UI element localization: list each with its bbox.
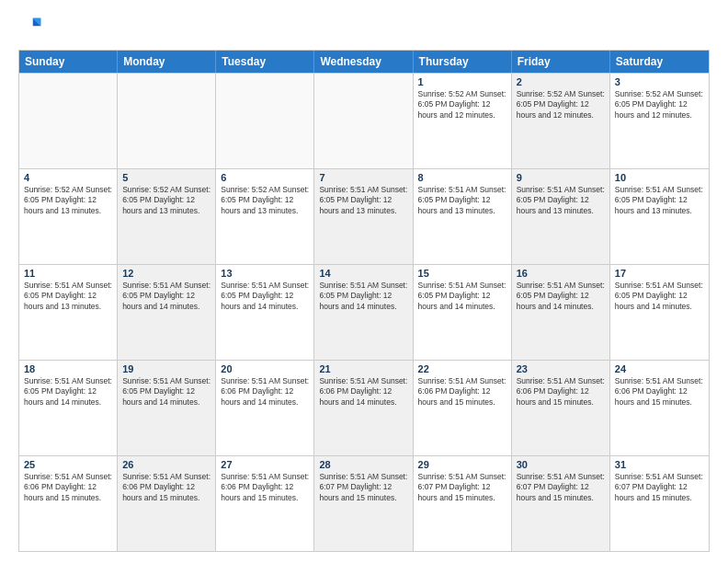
calendar-row: 18Sunrise: 5:51 AM Sunset: 6:05 PM Dayli… <box>19 360 709 455</box>
calendar-day-14: 14Sunrise: 5:51 AM Sunset: 6:05 PM Dayli… <box>314 265 413 360</box>
day-info-text: Sunrise: 5:51 AM Sunset: 6:06 PM Dayligh… <box>221 472 309 503</box>
day-info-text: Sunrise: 5:52 AM Sunset: 6:05 PM Dayligh… <box>418 89 506 121</box>
day-info-text: Sunrise: 5:51 AM Sunset: 6:06 PM Dayligh… <box>24 472 112 503</box>
calendar-row: 4Sunrise: 5:52 AM Sunset: 6:05 PM Daylig… <box>19 168 709 264</box>
calendar-day-9: 9Sunrise: 5:51 AM Sunset: 6:05 PM Daylig… <box>512 169 610 264</box>
day-number: 2 <box>517 76 605 87</box>
calendar-empty-cell <box>314 74 413 168</box>
day-info-text: Sunrise: 5:51 AM Sunset: 6:06 PM Dayligh… <box>517 376 605 408</box>
day-number: 8 <box>418 172 506 183</box>
day-info-text: Sunrise: 5:51 AM Sunset: 6:07 PM Dayligh… <box>517 472 605 503</box>
calendar-day-6: 6Sunrise: 5:52 AM Sunset: 6:05 PM Daylig… <box>216 169 314 264</box>
day-number: 4 <box>24 172 112 183</box>
day-info-text: Sunrise: 5:51 AM Sunset: 6:05 PM Dayligh… <box>319 185 407 216</box>
calendar-row: 11Sunrise: 5:51 AM Sunset: 6:05 PM Dayli… <box>19 264 709 360</box>
calendar-day-1: 1Sunrise: 5:52 AM Sunset: 6:05 PM Daylig… <box>414 74 512 168</box>
calendar-day-22: 22Sunrise: 5:51 AM Sunset: 6:06 PM Dayli… <box>414 361 512 455</box>
weekday-header-tuesday: Tuesday <box>216 51 314 73</box>
day-number: 31 <box>615 459 704 470</box>
calendar-header: SundayMondayTuesdayWednesdayThursdayFrid… <box>19 51 709 73</box>
calendar-day-2: 2Sunrise: 5:52 AM Sunset: 6:05 PM Daylig… <box>512 74 610 168</box>
day-info-text: Sunrise: 5:51 AM Sunset: 6:05 PM Dayligh… <box>418 281 506 312</box>
day-info-text: Sunrise: 5:52 AM Sunset: 6:05 PM Dayligh… <box>221 185 309 216</box>
calendar-day-4: 4Sunrise: 5:52 AM Sunset: 6:05 PM Daylig… <box>19 169 118 264</box>
day-number: 27 <box>221 459 309 470</box>
weekday-header-wednesday: Wednesday <box>314 51 413 73</box>
calendar-day-3: 3Sunrise: 5:52 AM Sunset: 6:05 PM Daylig… <box>610 74 709 168</box>
calendar-day-24: 24Sunrise: 5:51 AM Sunset: 6:06 PM Dayli… <box>610 361 709 455</box>
calendar-day-17: 17Sunrise: 5:51 AM Sunset: 6:05 PM Dayli… <box>610 265 709 360</box>
day-number: 24 <box>615 363 704 374</box>
day-number: 30 <box>517 459 605 470</box>
day-number: 29 <box>418 459 506 470</box>
calendar-day-5: 5Sunrise: 5:52 AM Sunset: 6:05 PM Daylig… <box>118 169 216 264</box>
day-number: 23 <box>517 363 605 374</box>
day-number: 9 <box>517 172 605 183</box>
day-info-text: Sunrise: 5:51 AM Sunset: 6:05 PM Dayligh… <box>221 281 309 312</box>
calendar-day-21: 21Sunrise: 5:51 AM Sunset: 6:06 PM Dayli… <box>314 361 413 455</box>
day-info-text: Sunrise: 5:51 AM Sunset: 6:05 PM Dayligh… <box>122 281 210 312</box>
calendar-day-12: 12Sunrise: 5:51 AM Sunset: 6:05 PM Dayli… <box>118 265 216 360</box>
day-info-text: Sunrise: 5:51 AM Sunset: 6:05 PM Dayligh… <box>319 281 407 312</box>
calendar-day-28: 28Sunrise: 5:51 AM Sunset: 6:07 PM Dayli… <box>314 456 413 551</box>
logo-icon <box>18 15 44 40</box>
calendar-day-29: 29Sunrise: 5:51 AM Sunset: 6:07 PM Dayli… <box>414 456 512 551</box>
day-number: 21 <box>319 363 407 374</box>
day-info-text: Sunrise: 5:51 AM Sunset: 6:05 PM Dayligh… <box>517 281 605 312</box>
calendar-day-30: 30Sunrise: 5:51 AM Sunset: 6:07 PM Dayli… <box>512 456 610 551</box>
calendar-day-15: 15Sunrise: 5:51 AM Sunset: 6:05 PM Dayli… <box>414 265 512 360</box>
calendar-day-16: 16Sunrise: 5:51 AM Sunset: 6:05 PM Dayli… <box>512 265 610 360</box>
calendar-day-27: 27Sunrise: 5:51 AM Sunset: 6:06 PM Dayli… <box>216 456 314 551</box>
day-info-text: Sunrise: 5:52 AM Sunset: 6:05 PM Dayligh… <box>517 89 605 121</box>
day-info-text: Sunrise: 5:51 AM Sunset: 6:05 PM Dayligh… <box>24 281 112 312</box>
day-number: 22 <box>418 363 506 374</box>
day-info-text: Sunrise: 5:51 AM Sunset: 6:05 PM Dayligh… <box>418 185 506 216</box>
day-info-text: Sunrise: 5:51 AM Sunset: 6:06 PM Dayligh… <box>221 376 309 408</box>
day-info-text: Sunrise: 5:51 AM Sunset: 6:07 PM Dayligh… <box>418 472 506 503</box>
calendar-day-26: 26Sunrise: 5:51 AM Sunset: 6:06 PM Dayli… <box>118 456 216 551</box>
calendar-day-25: 25Sunrise: 5:51 AM Sunset: 6:06 PM Dayli… <box>19 456 118 551</box>
day-info-text: Sunrise: 5:51 AM Sunset: 6:07 PM Dayligh… <box>319 472 407 503</box>
day-number: 19 <box>122 363 210 374</box>
day-number: 10 <box>615 172 704 183</box>
day-number: 15 <box>418 268 506 279</box>
day-number: 14 <box>319 268 407 279</box>
calendar-day-20: 20Sunrise: 5:51 AM Sunset: 6:06 PM Dayli… <box>216 361 314 455</box>
calendar-day-7: 7Sunrise: 5:51 AM Sunset: 6:05 PM Daylig… <box>314 169 413 264</box>
day-info-text: Sunrise: 5:52 AM Sunset: 6:05 PM Dayligh… <box>615 89 704 121</box>
calendar-day-23: 23Sunrise: 5:51 AM Sunset: 6:06 PM Dayli… <box>512 361 610 455</box>
calendar-day-18: 18Sunrise: 5:51 AM Sunset: 6:05 PM Dayli… <box>19 361 118 455</box>
day-info-text: Sunrise: 5:51 AM Sunset: 6:06 PM Dayligh… <box>615 376 704 408</box>
calendar-empty-cell <box>216 74 314 168</box>
day-info-text: Sunrise: 5:51 AM Sunset: 6:05 PM Dayligh… <box>24 376 112 408</box>
day-info-text: Sunrise: 5:52 AM Sunset: 6:05 PM Dayligh… <box>24 185 112 216</box>
weekday-header-sunday: Sunday <box>19 51 118 73</box>
page: SundayMondayTuesdayWednesdayThursdayFrid… <box>0 0 728 563</box>
weekday-header-monday: Monday <box>118 51 216 73</box>
day-number: 26 <box>122 459 210 470</box>
day-number: 28 <box>319 459 407 470</box>
weekday-header-saturday: Saturday <box>610 51 709 73</box>
calendar-day-19: 19Sunrise: 5:51 AM Sunset: 6:05 PM Dayli… <box>118 361 216 455</box>
day-number: 3 <box>615 76 704 87</box>
day-info-text: Sunrise: 5:51 AM Sunset: 6:05 PM Dayligh… <box>122 376 210 408</box>
day-number: 7 <box>319 172 407 183</box>
day-info-text: Sunrise: 5:51 AM Sunset: 6:06 PM Dayligh… <box>122 472 210 503</box>
day-number: 16 <box>517 268 605 279</box>
day-number: 5 <box>122 172 210 183</box>
calendar-day-31: 31Sunrise: 5:51 AM Sunset: 6:07 PM Dayli… <box>610 456 709 551</box>
calendar-day-10: 10Sunrise: 5:51 AM Sunset: 6:05 PM Dayli… <box>610 169 709 264</box>
calendar: SundayMondayTuesdayWednesdayThursdayFrid… <box>18 50 710 552</box>
calendar-empty-cell <box>118 74 216 168</box>
day-number: 20 <box>221 363 309 374</box>
calendar-day-13: 13Sunrise: 5:51 AM Sunset: 6:05 PM Dayli… <box>216 265 314 360</box>
day-number: 12 <box>122 268 210 279</box>
day-info-text: Sunrise: 5:51 AM Sunset: 6:05 PM Dayligh… <box>615 281 704 312</box>
day-info-text: Sunrise: 5:51 AM Sunset: 6:07 PM Dayligh… <box>615 472 704 503</box>
day-info-text: Sunrise: 5:51 AM Sunset: 6:05 PM Dayligh… <box>615 185 704 216</box>
day-number: 11 <box>24 268 112 279</box>
day-info-text: Sunrise: 5:51 AM Sunset: 6:05 PM Dayligh… <box>517 185 605 216</box>
day-number: 6 <box>221 172 309 183</box>
weekday-header-thursday: Thursday <box>414 51 512 73</box>
calendar-row: 1Sunrise: 5:52 AM Sunset: 6:05 PM Daylig… <box>19 73 709 168</box>
